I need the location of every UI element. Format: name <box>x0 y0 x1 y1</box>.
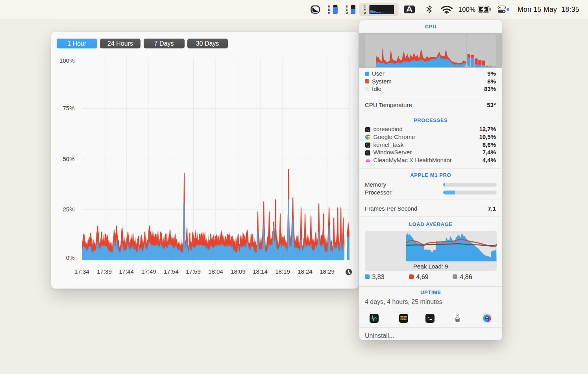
svg-text:>: > <box>427 316 429 319</box>
svg-text:>: > <box>366 143 367 146</box>
svg-text:D: D <box>346 11 348 15</box>
svg-text:>: > <box>366 151 367 154</box>
svg-text:U: U <box>364 11 366 15</box>
svg-text:>: > <box>366 128 367 131</box>
svg-text:100%: 100% <box>459 6 475 13</box>
svg-text:M: M <box>328 11 330 15</box>
